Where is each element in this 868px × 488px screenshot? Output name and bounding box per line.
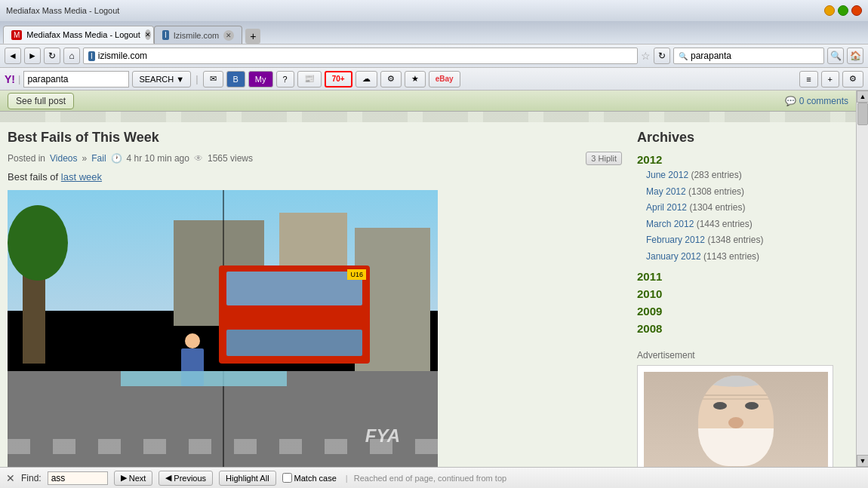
video-container[interactable]: U16 FYA [8, 190, 438, 467]
scrollbar[interactable]: ▲ ▼ [856, 91, 868, 467]
browser-search-bar[interactable]: 🔍 parapanta [673, 48, 824, 64]
archive-february-2012[interactable]: February 2012 (1348 entries) [637, 232, 841, 249]
my-yahoo-btn[interactable]: My [248, 71, 273, 87]
archive-year-2012[interactable]: 2012 [637, 153, 841, 166]
tab-izismile[interactable]: I Izismile.com ✕ [154, 26, 242, 44]
archive-june-2012[interactable]: June 2012 (283 entries) [637, 167, 841, 184]
home-btn2[interactable]: 🏠 [847, 48, 863, 64]
maximize-btn[interactable] [838, 5, 848, 16]
last-week-link[interactable]: last week [61, 171, 102, 183]
scroll-down-btn[interactable]: ▼ [857, 455, 868, 467]
tab-mediafax[interactable]: M Mediafax Mass Media - Logout ✕ [3, 26, 154, 44]
add-toolbar-btn[interactable]: + [821, 71, 839, 87]
next-arrow-icon: ▶ [121, 473, 127, 483]
article-title: Best Fails of This Week [8, 130, 622, 146]
article-meta: Posted in Videos » Fail 🕐 4 hr 10 min ag… [8, 152, 622, 165]
category-fail-link[interactable]: Fail [91, 153, 106, 164]
archive-march-2012[interactable]: March 2012 (1443 entries) [637, 216, 841, 233]
find-prev-btn[interactable]: ◀ Previous [159, 471, 213, 486]
scroll-track[interactable] [857, 103, 868, 455]
find-close-btn[interactable]: ✕ [6, 472, 15, 484]
nav-bar: ◄ ► ↻ ⌂ I izismile.com ☆ ↻ 🔍 parapanta 🔍… [0, 44, 868, 68]
archive-year-2009[interactable]: 2009 [637, 305, 841, 318]
match-case-checkbox[interactable] [282, 473, 292, 483]
google-icon: 🔍 [679, 52, 688, 60]
hiplit-label: Hiplit [599, 154, 617, 163]
tab-close-mediafax[interactable]: ✕ [145, 29, 151, 40]
match-case-label: Match case [282, 473, 337, 483]
person-head [185, 333, 200, 348]
ebay-btn[interactable]: eBay [429, 71, 460, 87]
views-count: 1565 views [208, 153, 253, 164]
bookmarks-btn[interactable]: B [226, 71, 245, 87]
see-full-post-btn[interactable]: See full post [8, 93, 74, 109]
search-go-btn[interactable]: 🔍 [827, 48, 844, 64]
archives-title: Archives [637, 130, 841, 146]
category-videos-link[interactable]: Videos [50, 153, 77, 164]
ad-section: Advertisement [637, 350, 841, 467]
article-main: Best Fails of This Week Posted in Videos… [8, 130, 629, 467]
reload-btn[interactable]: ↻ [44, 48, 60, 64]
archive-april-2012[interactable]: April 2012 (1304 entries) [637, 200, 841, 216]
find-input[interactable] [48, 471, 108, 485]
news-btn[interactable]: 📰 [297, 71, 322, 87]
article-intro: Best fails of last week [8, 171, 622, 183]
eye-left [713, 402, 727, 410]
menu-btn[interactable]: ≡ [799, 71, 817, 87]
close-window-btn[interactable] [851, 5, 862, 16]
home-btn[interactable]: ⌂ [63, 48, 80, 64]
toolbar-bar: Y! | SEARCH ▼ | ✉ B My ? 📰 70+ ☁ ⚙ ★ eBa… [0, 68, 868, 91]
video-watermark: FYA [365, 425, 400, 447]
tab-label-izismile: Izismile.com [174, 31, 220, 40]
address-favicon: I [88, 51, 95, 61]
new-tab-btn[interactable]: + [245, 29, 260, 44]
bookmark-star[interactable]: ☆ [641, 50, 651, 62]
find-divider: | [346, 474, 348, 483]
tab-bar: M Mediafax Mass Media - Logout ✕ I Izism… [0, 21, 868, 44]
archive-year-2010[interactable]: 2010 [637, 287, 841, 300]
tab-favicon-izismile: I [162, 30, 169, 40]
views-icon: 👁 [194, 153, 203, 164]
ad-image[interactable] [644, 372, 828, 467]
yahoo-search-input[interactable] [23, 71, 129, 87]
address-text: izismile.com [98, 51, 147, 61]
content-zone-bar [0, 112, 856, 122]
time-ago: 4 hr 10 min ago [127, 153, 189, 164]
email-btn[interactable]: ✉ [203, 71, 223, 87]
bus-lower-windows [226, 330, 362, 356]
sidebar: Archives 2012 June 2012 (283 entries) Ma… [629, 130, 848, 467]
minimize-btn[interactable] [824, 5, 835, 16]
hair [698, 376, 774, 387]
title-bar: Mediafax Mass Media - Logout [0, 0, 868, 21]
address-bar[interactable]: I izismile.com [83, 48, 638, 64]
tab-close-izismile[interactable]: ✕ [223, 30, 234, 41]
bus-route: U16 [347, 269, 366, 280]
toolbar-separator1: | [18, 73, 20, 84]
more-btn[interactable]: ★ [405, 71, 426, 87]
settings-btn[interactable]: ⚙ [842, 71, 863, 87]
back-btn[interactable]: ◄ [5, 48, 21, 64]
refresh-btn[interactable]: ↻ [654, 48, 670, 64]
weather-btn[interactable]: ☁ [356, 71, 377, 87]
answers-btn[interactable]: ? [276, 71, 294, 87]
forward-btn[interactable]: ► [24, 48, 41, 64]
ad-box: Woman is 53 But Looks 27 Mom publishes f… [637, 365, 833, 467]
tools-btn[interactable]: ⚙ [380, 71, 402, 87]
tree-top [8, 205, 68, 281]
archive-year-2008[interactable]: 2008 [637, 322, 841, 335]
comments-link[interactable]: 💬 0 comments [785, 96, 848, 106]
bus-body: U16 [219, 265, 370, 364]
archive-january-2012[interactable]: January 2012 (1143 entries) [637, 249, 841, 265]
article-wrapper: Best Fails of This Week Posted in Videos… [0, 122, 856, 467]
archive-may-2012[interactable]: May 2012 (1308 entries) [637, 184, 841, 201]
hiplit-btn[interactable]: 3 Hiplit [586, 152, 622, 165]
highlight-all-btn[interactable]: Highlight All [219, 471, 275, 486]
yahoo-search-btn[interactable]: SEARCH ▼ [132, 71, 191, 87]
face-cream [698, 428, 774, 466]
find-next-btn[interactable]: ▶ Next [114, 471, 153, 486]
scroll-thumb[interactable] [857, 103, 868, 125]
scroll-up-btn[interactable]: ▲ [857, 91, 868, 103]
popup-btn[interactable]: 70+ [325, 71, 352, 87]
tab-label-mediafax: Mediafax Mass Media - Logout [26, 30, 140, 39]
archive-year-2011[interactable]: 2011 [637, 270, 841, 283]
